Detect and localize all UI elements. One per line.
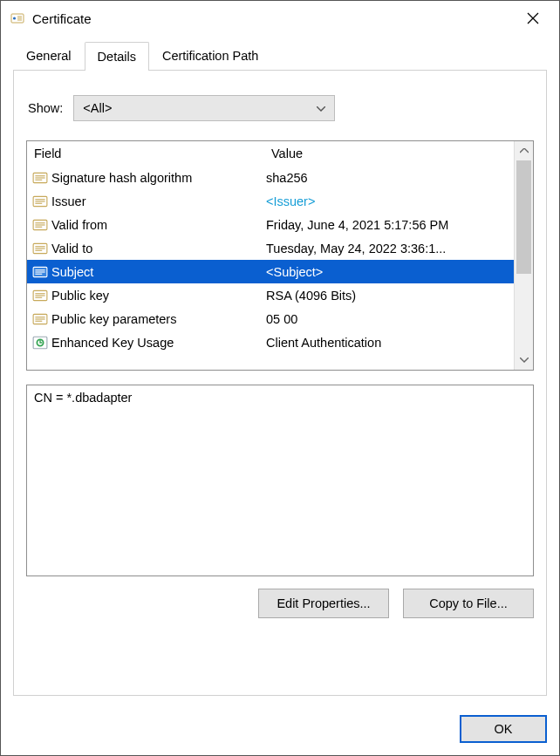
field-cell: Signature hash algorithm (27, 170, 264, 186)
table-row[interactable]: Issuer<Issuer> (27, 189, 514, 213)
dialog-footer: OK (1, 708, 559, 755)
table-row[interactable]: Valid fromFriday, June 4, 2021 5:17:56 P… (27, 213, 514, 236)
cert-field-icon (32, 194, 48, 209)
field-cell: Public key parameters (27, 311, 264, 327)
show-label: Show: (28, 101, 63, 115)
vertical-scrollbar[interactable] (514, 141, 533, 370)
table-row[interactable]: Public key parameters05 00 (27, 307, 514, 330)
certificate-icon (10, 10, 25, 26)
ok-button[interactable]: OK (460, 715, 547, 743)
detail-textarea[interactable]: CN = *.dbadapter (26, 385, 534, 576)
table-row[interactable]: Valid toTuesday, May 24, 2022 3:36:1... (27, 236, 514, 260)
field-cell: Subject (27, 264, 264, 280)
field-cell: Public key (27, 288, 264, 303)
field-cell: Issuer (27, 194, 264, 209)
scrollbar-thumb[interactable] (516, 160, 531, 274)
tab-details[interactable]: Details (85, 42, 149, 71)
show-row: Show: <All> (28, 95, 532, 121)
value-cell: Friday, June 4, 2021 5:17:56 PM (264, 218, 514, 232)
value-cell: sha256 (264, 171, 514, 185)
col-header-field[interactable]: Field (27, 141, 264, 166)
table-row[interactable]: Enhanced Key UsageClient Authentication (27, 330, 514, 354)
field-label: Enhanced Key Usage (51, 336, 174, 350)
close-button[interactable] (514, 1, 552, 36)
show-dropdown[interactable]: <All> (73, 95, 335, 121)
field-label: Issuer (51, 194, 86, 208)
value-cell: <Issuer> (264, 194, 514, 208)
ext-field-icon (32, 335, 48, 351)
field-label: Valid from (51, 218, 107, 232)
field-label: Public key parameters (51, 312, 176, 326)
value-cell: Tuesday, May 24, 2022 3:36:1... (264, 242, 514, 255)
list-header: Field Value (27, 141, 514, 166)
fields-list: Field Value Signature hash algorithmsha2… (27, 141, 514, 370)
show-selected-value: <All> (83, 101, 112, 115)
details-panel: Show: <All> Field Value Signature hash a… (13, 70, 547, 696)
scrollbar-track[interactable] (515, 160, 533, 351)
value-cell: RSA (4096 Bits) (264, 289, 514, 303)
detail-text: CN = *.dbadapter (34, 391, 526, 405)
content-area: General Details Certification Path Show:… (1, 36, 559, 708)
field-label: Signature hash algorithm (51, 171, 192, 185)
field-label: Public key (51, 289, 109, 303)
value-cell: 05 00 (264, 312, 514, 326)
table-row[interactable]: Subject<Subject> (27, 260, 514, 283)
field-cell: Valid from (27, 217, 264, 233)
cert-field-icon (32, 241, 48, 256)
table-row[interactable]: Signature hash algorithmsha256 (27, 166, 514, 189)
chevron-down-icon (317, 102, 325, 114)
fields-listbox: Field Value Signature hash algorithmsha2… (26, 140, 534, 371)
field-label: Subject (51, 265, 93, 279)
window-title: Certificate (32, 11, 514, 26)
col-header-value[interactable]: Value (264, 141, 514, 166)
field-cell: Valid to (27, 241, 264, 256)
titlebar: Certificate (1, 1, 559, 36)
copy-to-file-button[interactable]: Copy to File... (403, 589, 534, 618)
value-cell: Client Authentication (264, 336, 514, 350)
edit-properties-button[interactable]: Edit Properties... (258, 589, 389, 618)
tab-strip: General Details Certification Path (13, 41, 547, 70)
field-label: Valid to (51, 242, 92, 255)
cert-field-icon (32, 311, 48, 327)
cert-field-icon (32, 288, 48, 303)
cert-field-icon (32, 217, 48, 233)
cert-field-icon (32, 170, 48, 186)
value-cell: <Subject> (264, 265, 514, 279)
tab-certification-path[interactable]: Certification Path (149, 41, 271, 70)
svg-point-1 (13, 17, 16, 19)
field-cell: Enhanced Key Usage (27, 335, 264, 351)
list-rows: Signature hash algorithmsha256 Issuer<Is… (27, 166, 514, 354)
cert-field-icon (32, 264, 48, 280)
scroll-up-icon[interactable] (515, 141, 533, 160)
action-buttons: Edit Properties... Copy to File... (26, 589, 534, 618)
table-row[interactable]: Public keyRSA (4096 Bits) (27, 283, 514, 307)
tab-general[interactable]: General (13, 41, 85, 70)
scroll-down-icon[interactable] (515, 351, 533, 370)
